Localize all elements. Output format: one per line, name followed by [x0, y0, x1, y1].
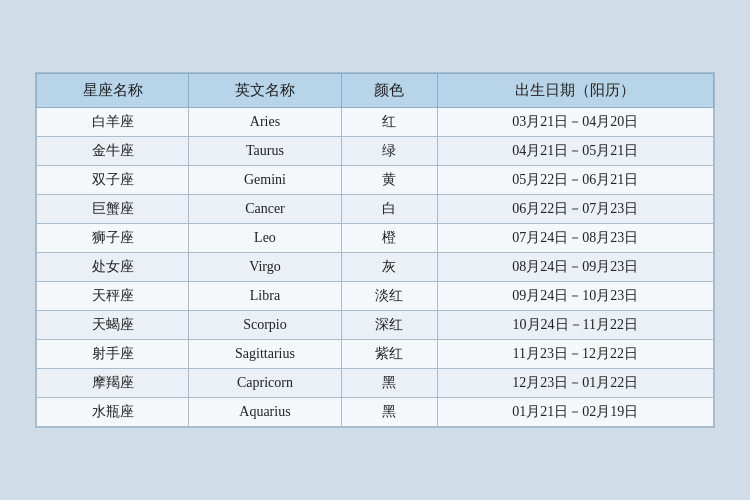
cell-english-name: Aries — [189, 108, 341, 137]
cell-chinese-name: 水瓶座 — [37, 398, 189, 427]
cell-english-name: Libra — [189, 282, 341, 311]
table-row: 水瓶座Aquarius黑01月21日－02月19日 — [37, 398, 714, 427]
cell-chinese-name: 巨蟹座 — [37, 195, 189, 224]
table-row: 处女座Virgo灰08月24日－09月23日 — [37, 253, 714, 282]
cell-english-name: Gemini — [189, 166, 341, 195]
cell-dates: 04月21日－05月21日 — [437, 137, 713, 166]
cell-color: 紫红 — [341, 340, 437, 369]
table-row: 射手座Sagittarius紫红11月23日－12月22日 — [37, 340, 714, 369]
zodiac-table-container: 星座名称 英文名称 颜色 出生日期（阳历） 白羊座Aries红03月21日－04… — [35, 72, 715, 428]
cell-english-name: Capricorn — [189, 369, 341, 398]
table-row: 天秤座Libra淡红09月24日－10月23日 — [37, 282, 714, 311]
table-row: 狮子座Leo橙07月24日－08月23日 — [37, 224, 714, 253]
cell-english-name: Cancer — [189, 195, 341, 224]
table-row: 巨蟹座Cancer白06月22日－07月23日 — [37, 195, 714, 224]
cell-chinese-name: 金牛座 — [37, 137, 189, 166]
cell-english-name: Leo — [189, 224, 341, 253]
cell-color: 黑 — [341, 369, 437, 398]
cell-chinese-name: 白羊座 — [37, 108, 189, 137]
table-row: 摩羯座Capricorn黑12月23日－01月22日 — [37, 369, 714, 398]
cell-chinese-name: 双子座 — [37, 166, 189, 195]
cell-chinese-name: 摩羯座 — [37, 369, 189, 398]
cell-english-name: Scorpio — [189, 311, 341, 340]
cell-english-name: Taurus — [189, 137, 341, 166]
cell-chinese-name: 天秤座 — [37, 282, 189, 311]
cell-dates: 12月23日－01月22日 — [437, 369, 713, 398]
table-body: 白羊座Aries红03月21日－04月20日金牛座Taurus绿04月21日－0… — [37, 108, 714, 427]
cell-color: 淡红 — [341, 282, 437, 311]
cell-color: 黄 — [341, 166, 437, 195]
cell-dates: 08月24日－09月23日 — [437, 253, 713, 282]
cell-chinese-name: 天蝎座 — [37, 311, 189, 340]
cell-dates: 11月23日－12月22日 — [437, 340, 713, 369]
cell-english-name: Sagittarius — [189, 340, 341, 369]
zodiac-table: 星座名称 英文名称 颜色 出生日期（阳历） 白羊座Aries红03月21日－04… — [36, 73, 714, 427]
table-row: 双子座Gemini黄05月22日－06月21日 — [37, 166, 714, 195]
cell-color: 灰 — [341, 253, 437, 282]
cell-dates: 03月21日－04月20日 — [437, 108, 713, 137]
cell-dates: 01月21日－02月19日 — [437, 398, 713, 427]
cell-color: 白 — [341, 195, 437, 224]
cell-color: 红 — [341, 108, 437, 137]
header-english-name: 英文名称 — [189, 74, 341, 108]
cell-chinese-name: 处女座 — [37, 253, 189, 282]
cell-color: 深红 — [341, 311, 437, 340]
table-row: 金牛座Taurus绿04月21日－05月21日 — [37, 137, 714, 166]
cell-dates: 09月24日－10月23日 — [437, 282, 713, 311]
cell-color: 橙 — [341, 224, 437, 253]
cell-english-name: Virgo — [189, 253, 341, 282]
cell-chinese-name: 射手座 — [37, 340, 189, 369]
header-dates: 出生日期（阳历） — [437, 74, 713, 108]
header-chinese-name: 星座名称 — [37, 74, 189, 108]
table-row: 白羊座Aries红03月21日－04月20日 — [37, 108, 714, 137]
cell-color: 黑 — [341, 398, 437, 427]
table-header-row: 星座名称 英文名称 颜色 出生日期（阳历） — [37, 74, 714, 108]
cell-chinese-name: 狮子座 — [37, 224, 189, 253]
table-row: 天蝎座Scorpio深红10月24日－11月22日 — [37, 311, 714, 340]
cell-dates: 06月22日－07月23日 — [437, 195, 713, 224]
cell-color: 绿 — [341, 137, 437, 166]
cell-english-name: Aquarius — [189, 398, 341, 427]
cell-dates: 10月24日－11月22日 — [437, 311, 713, 340]
cell-dates: 05月22日－06月21日 — [437, 166, 713, 195]
cell-dates: 07月24日－08月23日 — [437, 224, 713, 253]
header-color: 颜色 — [341, 74, 437, 108]
